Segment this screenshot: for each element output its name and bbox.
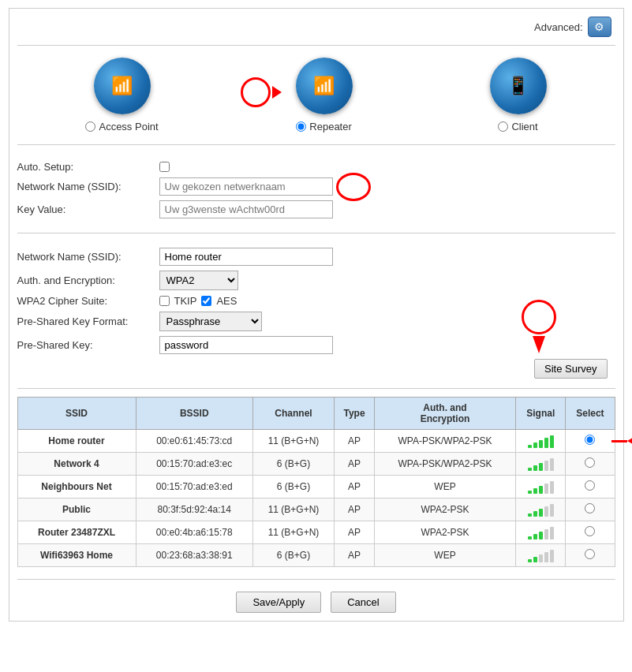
key-value-row: Key Value:	[17, 200, 615, 218]
ssid-cell: Public	[17, 498, 136, 521]
wpa2-cipher-label: WPA2 Cipher Suite:	[17, 295, 159, 307]
type-cell: AP	[335, 453, 375, 476]
col-bssid: BSSID	[136, 398, 252, 430]
bssid-cell: 00:15:70:ad:e3:ed	[136, 476, 252, 498]
network-name-label: Network Name (SSID):	[17, 181, 159, 192]
table-row: Neighbours Net 00:15:70:ad:e3:ed 6 (B+G)…	[17, 476, 615, 498]
select-radio[interactable]	[585, 526, 595, 536]
auth-encryption-label: Auth. and Encryption:	[17, 274, 159, 286]
select-radio[interactable]	[585, 457, 595, 468]
ssid-cell: Router 23487ZXL	[17, 521, 136, 544]
auto-setup-label: Auto. Setup:	[17, 161, 159, 173]
advanced-label: Advanced:	[534, 21, 582, 33]
select-radio[interactable]	[585, 503, 595, 513]
survey-table: SSID BSSID Channel Type Auth. andEncrypt…	[17, 397, 615, 567]
col-select: Select	[566, 398, 615, 430]
bssid-cell: 00:23:68:a3:38:91	[136, 544, 252, 567]
table-row: Router 23487ZXL 00:e0:4b:a6:15:78 11 (B+…	[17, 521, 615, 544]
channel-cell: 11 (B+G+N)	[252, 498, 334, 521]
mode-repeater[interactable]: 📶 Repeater	[296, 58, 353, 133]
table-row: Public 80:3f:5d:92:4a:14 11 (B+G+N) AP W…	[17, 498, 615, 521]
col-type: Type	[335, 398, 375, 430]
advanced-button[interactable]: ⚙	[588, 17, 611, 37]
select-radio[interactable]	[585, 549, 595, 559]
pre-shared-key-input[interactable]	[159, 336, 333, 354]
radio-access-point[interactable]	[85, 121, 95, 132]
auth-cell: WPA2-PSK	[374, 498, 515, 521]
access-point-label: Access Point	[99, 121, 158, 133]
bssid-cell: 80:3f:5d:92:4a:14	[136, 498, 252, 521]
access-point-icon: 📶	[94, 58, 151, 114]
channel-cell: 6 (B+G)	[252, 453, 334, 476]
type-cell: AP	[335, 430, 375, 453]
signal-cell	[516, 544, 566, 567]
auto-setup-checkbox[interactable]	[159, 162, 170, 172]
table-row: Wifi63963 Home 00:23:68:a3:38:91 6 (B+G)…	[17, 544, 615, 567]
channel-cell: 6 (B+G)	[252, 476, 334, 498]
save-apply-button[interactable]: Save/Apply	[236, 592, 321, 613]
key-value-input[interactable]	[159, 200, 333, 218]
select-cell[interactable]	[566, 430, 615, 453]
type-cell: AP	[335, 498, 375, 521]
channel-cell: 6 (B+G)	[252, 544, 334, 567]
col-auth: Auth. andEncryption	[374, 398, 515, 430]
cancel-button[interactable]: Cancel	[331, 592, 395, 613]
select-radio[interactable]	[585, 480, 595, 491]
network-name-row: Network Name (SSID):	[17, 177, 615, 196]
pre-shared-key-label: Pre-Shared Key:	[17, 339, 159, 351]
type-cell: AP	[335, 521, 375, 544]
select-cell[interactable]	[566, 521, 615, 544]
select-cell[interactable]	[566, 498, 615, 521]
auth-cell: WEP	[374, 476, 515, 498]
ssid-cell: Neighbours Net	[17, 476, 136, 498]
auth-cell: WPA2-PSK	[374, 521, 515, 544]
ssid-cell: Network 4	[17, 453, 136, 476]
ssid-cell: Wifi63963 Home	[17, 544, 136, 567]
pre-shared-key-row: Pre-Shared Key:	[17, 336, 615, 354]
channel-cell: 11 (B+G+N)	[252, 521, 334, 544]
bssid-cell: 00:15:70:ad:e3:ec	[136, 453, 252, 476]
signal-cell	[516, 476, 566, 498]
ssid-cell: Home router	[17, 430, 136, 453]
select-cell[interactable]	[566, 453, 615, 476]
signal-cell	[516, 453, 566, 476]
select-cell[interactable]	[566, 544, 615, 567]
client-label: Client	[511, 121, 537, 133]
radio-client[interactable]	[498, 121, 508, 132]
table-row: Home router 00:e0:61:45:73:cd 11 (B+G+N)…	[17, 430, 615, 453]
home-router-network-name-row: Network Name (SSID):	[17, 248, 615, 266]
home-router-network-name-label: Network Name (SSID):	[17, 251, 159, 263]
col-signal: Signal	[516, 398, 566, 430]
signal-cell	[516, 498, 566, 521]
tkip-label: TKIP	[174, 295, 197, 307]
radio-repeater[interactable]	[296, 121, 306, 132]
select-cell[interactable]	[566, 476, 615, 498]
auth-cell: WPA-PSK/WPA2-PSK	[374, 453, 515, 476]
auth-encryption-select[interactable]: WPA2 WPA WEP None	[159, 271, 238, 290]
pre-shared-key-format-select[interactable]: Passphrase Hex	[159, 312, 262, 331]
auto-setup-row: Auto. Setup:	[17, 161, 615, 173]
table-row: Network 4 00:15:70:ad:e3:ec 6 (B+G) AP W…	[17, 453, 615, 476]
site-survey-button[interactable]: Site Survey	[534, 359, 607, 379]
signal-cell	[516, 430, 566, 453]
repeater-icon: 📶	[296, 58, 353, 114]
pre-shared-key-format-row: Pre-Shared Key Format: Passphrase Hex	[17, 312, 615, 331]
select-radio[interactable]	[585, 435, 595, 445]
tkip-checkbox[interactable]	[159, 296, 170, 306]
key-value-label: Key Value:	[17, 203, 159, 215]
mode-access-point[interactable]: 📶 Access Point	[85, 58, 158, 133]
mode-client[interactable]: 📱 Client	[490, 58, 547, 133]
home-router-network-name-input[interactable]	[159, 248, 333, 266]
bssid-cell: 00:e0:4b:a6:15:78	[136, 521, 252, 544]
signal-cell	[516, 521, 566, 544]
bssid-cell: 00:e0:61:45:73:cd	[136, 430, 252, 453]
client-icon: 📱	[490, 58, 547, 114]
repeater-label: Repeater	[309, 121, 351, 133]
type-cell: AP	[335, 476, 375, 498]
network-name-input[interactable]	[159, 177, 333, 196]
auth-cell: WPA-PSK/WPA2-PSK	[374, 430, 515, 453]
site-survey-row: Site Survey	[17, 359, 615, 379]
type-cell: AP	[335, 544, 375, 567]
pre-shared-key-format-label: Pre-Shared Key Format:	[17, 315, 159, 327]
aes-checkbox[interactable]	[201, 296, 211, 306]
